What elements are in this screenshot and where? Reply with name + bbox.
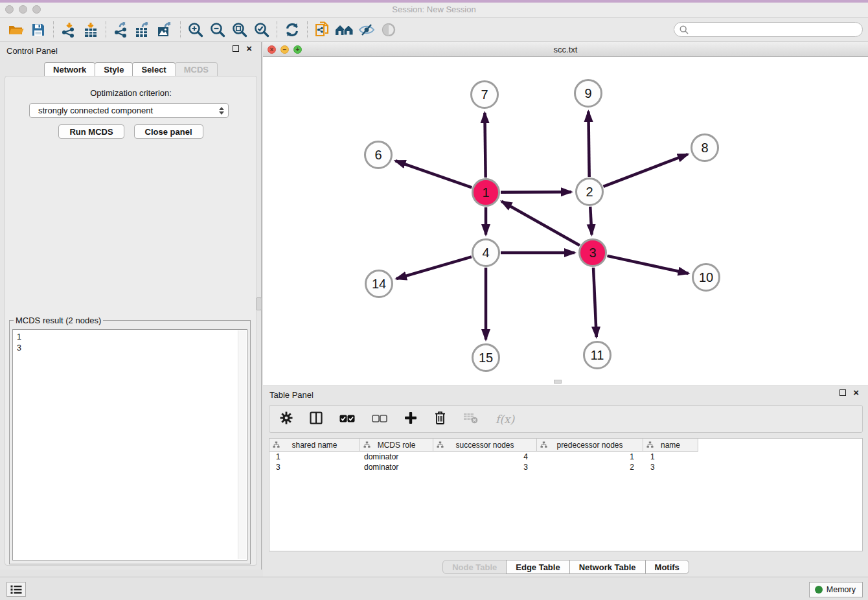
zoom-fit-button[interactable] (229, 20, 251, 40)
column-header-successor-nodes[interactable]: successor nodes (433, 439, 537, 452)
optimization-criterion-label: Optimization criterion: (5, 88, 257, 98)
hide-selected-button[interactable] (356, 20, 378, 40)
show-all-button[interactable] (378, 20, 400, 40)
graph-node-4[interactable]: 4 (472, 238, 500, 267)
edge-3-10[interactable] (607, 256, 688, 273)
tab-network-table[interactable]: Network Table (569, 560, 646, 574)
import-network-button[interactable] (58, 20, 80, 40)
show-columns-button[interactable] (310, 411, 323, 427)
toolbar-separator (53, 21, 54, 38)
tab-network[interactable]: Network (44, 62, 95, 76)
clone-network-button[interactable] (312, 20, 334, 40)
function-builder-button[interactable]: f(x) (496, 413, 514, 426)
edge-2-3[interactable] (590, 207, 591, 235)
save-icon (32, 23, 45, 36)
edge-1-2[interactable] (501, 192, 571, 192)
delete-table-button[interactable] (463, 412, 479, 426)
column-header-name[interactable]: name (643, 439, 698, 452)
table-tabs: Node TableEdge TableNetwork TableMotifs (263, 560, 868, 574)
float-panel-icon[interactable] (233, 45, 239, 52)
result-scrollbar[interactable] (238, 330, 246, 559)
plus-icon (404, 411, 417, 424)
first-neighbors-button[interactable] (334, 20, 356, 40)
task-history-button[interactable] (6, 582, 26, 597)
show-eye-icon (381, 23, 396, 36)
graph-node-11[interactable]: 11 (583, 341, 611, 369)
control-tabs: NetworkStyleSelectMCDS (0, 62, 261, 76)
graph-node-8[interactable]: 8 (691, 133, 719, 162)
horizontal-splitter-handle[interactable] (554, 380, 562, 384)
tab-node-table[interactable]: Node Table (442, 560, 507, 574)
table-cell: dominator (360, 462, 433, 472)
open-file-button[interactable] (5, 20, 27, 40)
export-image-button[interactable] (154, 20, 176, 40)
edge-3-1[interactable] (501, 202, 580, 246)
edge-2-8[interactable] (603, 154, 687, 187)
import-table-icon (83, 22, 98, 38)
graph-node-14[interactable]: 14 (365, 270, 393, 298)
table-cell: 3 (433, 462, 537, 472)
edge-1-7[interactable] (485, 113, 485, 178)
graph-node-9[interactable]: 9 (574, 79, 602, 108)
save-session-button[interactable] (27, 20, 49, 40)
search-box[interactable] (674, 22, 863, 37)
graph-node-6[interactable]: 6 (364, 141, 393, 169)
zoom-in-icon (188, 22, 203, 38)
vertical-splitter-handle[interactable] (256, 297, 262, 310)
export-network-button[interactable] (110, 20, 132, 40)
add-column-button[interactable] (404, 411, 417, 427)
edge-1-6[interactable] (395, 161, 472, 187)
edge-2-9[interactable] (588, 111, 589, 177)
table-row[interactable]: 1dominator411 (269, 452, 862, 462)
tab-style[interactable]: Style (95, 62, 133, 76)
run-mcds-button[interactable]: Run MCDS (58, 124, 124, 139)
graph-node-3[interactable]: 3 (578, 238, 607, 267)
window-titlebar: Session: New Session (0, 0, 868, 18)
criterion-select[interactable]: strongly connected component (29, 103, 229, 118)
edge-3-11[interactable] (593, 268, 597, 337)
memory-button[interactable]: Memory (809, 582, 863, 597)
mcds-result-title: MCDS result (2 nodes) (14, 316, 103, 325)
node-table: shared nameMCDS rolesuccessor nodesprede… (269, 438, 863, 551)
table-panel: Table Panel × (263, 386, 868, 577)
import-network-icon (61, 22, 76, 38)
column-header-MCDS-role[interactable]: MCDS role (360, 439, 433, 452)
select-all-button[interactable] (339, 413, 355, 425)
export-table-icon (135, 22, 152, 38)
graph-node-7[interactable]: 7 (470, 80, 499, 109)
refresh-button[interactable] (281, 20, 303, 40)
graph-node-1[interactable]: 1 (472, 178, 500, 207)
table-settings-button[interactable] (280, 411, 293, 427)
float-table-panel-icon[interactable] (839, 389, 846, 396)
close-panel-button[interactable]: Close panel (134, 124, 203, 139)
table-row[interactable]: 3dominator323 (269, 462, 862, 472)
window-accent-strip (0, 0, 868, 3)
column-header-predecessor-nodes[interactable]: predecessor nodes (537, 439, 643, 452)
graph-node-15[interactable]: 15 (472, 343, 500, 372)
search-input[interactable] (692, 25, 857, 34)
export-image-icon (157, 22, 174, 38)
zoom-in-button[interactable] (185, 20, 207, 40)
column-header-shared-name[interactable]: shared name (269, 439, 360, 452)
graph-node-10[interactable]: 10 (692, 263, 720, 292)
tab-select[interactable]: Select (132, 62, 175, 76)
delete-column-button[interactable] (434, 411, 446, 427)
mcds-result-area[interactable]: 1 3 (12, 329, 247, 560)
tab-mcds[interactable]: MCDS (175, 62, 218, 76)
close-table-panel-icon[interactable]: × (853, 389, 859, 397)
toolbar-separator (180, 21, 181, 38)
table-cell: 1 (643, 452, 698, 462)
close-panel-icon[interactable]: × (246, 45, 252, 52)
unselect-all-button[interactable] (372, 413, 387, 425)
export-table-button[interactable] (132, 20, 154, 40)
zoom-selected-button[interactable] (251, 20, 273, 40)
trash-icon (434, 411, 446, 424)
network-window-titlebar[interactable]: × − + scc.txt (263, 42, 868, 57)
tab-motifs[interactable]: Motifs (645, 560, 689, 574)
tab-edge-table[interactable]: Edge Table (506, 560, 569, 574)
import-table-button[interactable] (80, 20, 102, 40)
zoom-out-button[interactable] (207, 20, 229, 40)
graph-node-2[interactable]: 2 (575, 178, 604, 206)
edge-4-14[interactable] (396, 257, 472, 279)
network-canvas[interactable]: 7968124314101511 (263, 57, 868, 385)
